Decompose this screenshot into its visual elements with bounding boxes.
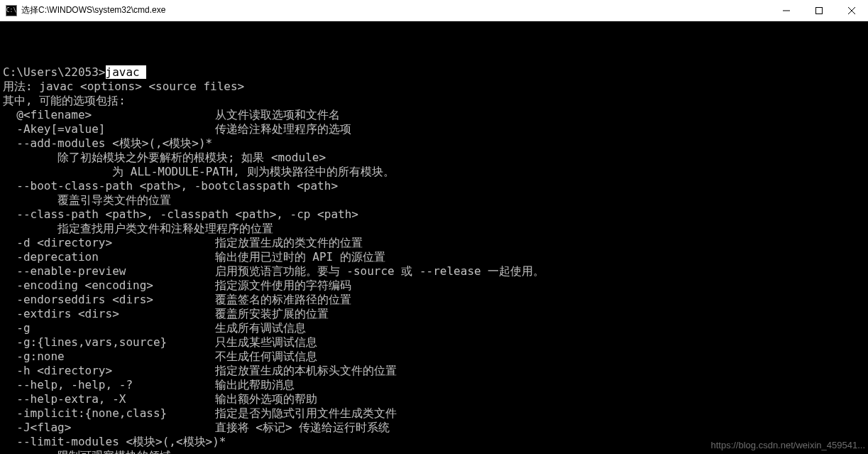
terminal-content: C:\Users\22053>javac 用法: javac <options>…	[3, 51, 865, 454]
terminal-area[interactable]: C:\Users\22053>javac 用法: javac <options>…	[0, 21, 868, 454]
maximize-button[interactable]	[803, 0, 835, 21]
watermark-text: https://blog.csdn.net/weixin_459541...	[710, 438, 865, 453]
window-controls	[770, 0, 868, 21]
window-title: 选择C:\WINDOWS\system32\cmd.exe	[21, 4, 165, 16]
svg-rect-1	[816, 7, 823, 13]
close-button[interactable]	[835, 0, 868, 21]
titlebar: C:\ 选择C:\WINDOWS\system32\cmd.exe	[0, 0, 868, 21]
minimize-button[interactable]	[770, 0, 803, 21]
titlebar-left: C:\ 选择C:\WINDOWS\system32\cmd.exe	[6, 4, 165, 16]
cmd-icon: C:\	[6, 5, 17, 16]
